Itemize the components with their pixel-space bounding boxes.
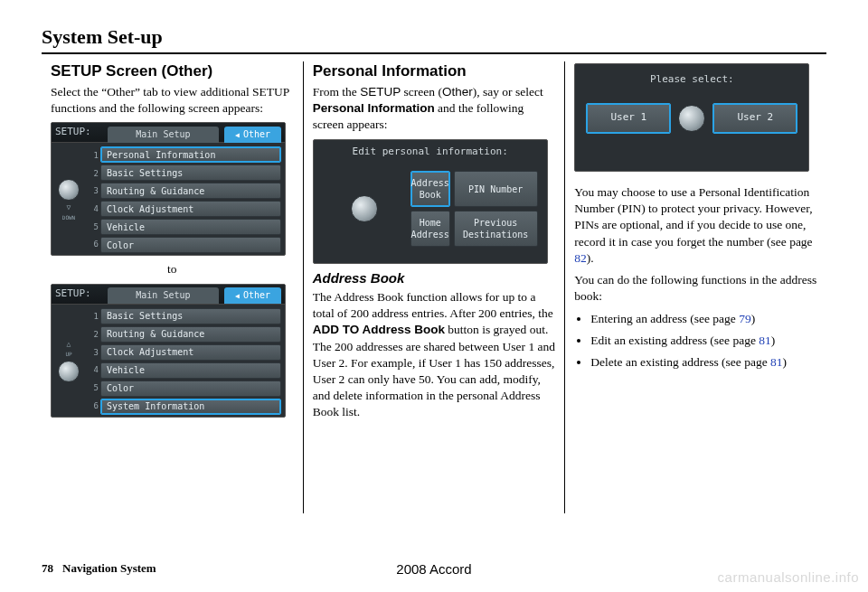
menu-item-vehicle[interactable]: Vehicle bbox=[100, 219, 281, 235]
columns: SETUP Screen (Other) Select the “Other” … bbox=[42, 61, 826, 513]
t: You may choose to use a Personal Identif… bbox=[574, 185, 812, 249]
setup-text: SETUP bbox=[360, 85, 401, 99]
para-pin: You may choose to use a Personal Identif… bbox=[574, 184, 817, 267]
list-item: Entering an address (see page 79) bbox=[590, 311, 817, 327]
setup-topbar: SETUP: Main Setup Other bbox=[52, 123, 285, 143]
menu-item-vehicle[interactable]: Vehicle bbox=[100, 362, 281, 379]
column-3: Please select: User 1 User 2 You may cho… bbox=[564, 61, 826, 513]
num: 4 bbox=[86, 364, 99, 375]
knob-icon[interactable] bbox=[58, 361, 80, 382]
t: ), say or select bbox=[473, 85, 543, 99]
t: From the bbox=[313, 85, 361, 99]
btn-user-2[interactable]: User 2 bbox=[712, 103, 797, 134]
tab-other[interactable]: Other bbox=[224, 287, 281, 304]
dial: △ UP bbox=[52, 305, 86, 418]
heading-personal-information: Personal Information bbox=[313, 61, 556, 82]
link-page-81b[interactable]: 81 bbox=[770, 355, 783, 369]
screenshot-setup-top: SETUP: Main Setup Other ▽ DOWN 1 2 3 4 bbox=[51, 122, 286, 256]
num: 3 bbox=[86, 185, 99, 196]
menu-rows: Basic Settings Routing & Guidance Clock … bbox=[99, 305, 285, 418]
num: 6 bbox=[86, 400, 99, 411]
link-page-81[interactable]: 81 bbox=[759, 334, 771, 347]
knob-icon[interactable] bbox=[58, 179, 80, 201]
intro-setup-other: Select the “Other” tab to view additiona… bbox=[51, 84, 294, 117]
tab-main-setup[interactable]: Main Setup bbox=[108, 287, 219, 304]
setup-body: △ UP 1 2 3 4 5 6 Basic Settings Rou bbox=[52, 305, 285, 418]
tab-other[interactable]: Other bbox=[224, 127, 281, 143]
manual-page: System Set-up SETUP Screen (Other) Selec… bbox=[0, 0, 868, 592]
model-year: 2008 Accord bbox=[396, 561, 471, 577]
btn-home-address[interactable]: Home Address bbox=[410, 211, 450, 247]
knob-cell bbox=[323, 171, 407, 247]
btn-user-1[interactable]: User 1 bbox=[586, 103, 671, 134]
pi-grid: Address Book PIN Number Home Address Pre… bbox=[314, 167, 547, 259]
user-row: User 1 User 2 bbox=[575, 94, 808, 150]
edit-pi-title: Edit personal information: bbox=[314, 140, 547, 168]
to-label: to bbox=[51, 261, 294, 277]
add-to-address-book-bold: ADD TO Address Book bbox=[313, 323, 445, 336]
num: 4 bbox=[86, 203, 99, 214]
down-arrow-icon[interactable]: ▽ bbox=[67, 204, 71, 211]
t: button is grayed out. The 200 addresses … bbox=[313, 323, 555, 418]
num: 6 bbox=[86, 239, 99, 249]
menu-rows: Personal Information Basic Settings Rout… bbox=[99, 143, 285, 257]
t: ) bbox=[771, 334, 776, 347]
footer: 78 Navigation System 2008 Accord bbox=[42, 561, 826, 576]
menu-item-basic-settings[interactable]: Basic Settings bbox=[100, 308, 281, 324]
num: 1 bbox=[86, 150, 99, 161]
row-numbers: 1 2 3 4 5 6 bbox=[86, 143, 99, 257]
t: Entering an address (see page bbox=[590, 312, 739, 325]
num: 2 bbox=[86, 329, 99, 340]
dial: ▽ DOWN bbox=[52, 143, 86, 257]
row-numbers: 1 2 3 4 5 6 bbox=[86, 305, 99, 418]
screenshot-please-select: Please select: User 1 User 2 bbox=[574, 63, 809, 172]
page-title: System Set-up bbox=[42, 25, 826, 49]
t: The Address Book function allows for up … bbox=[313, 290, 553, 320]
t: ). bbox=[587, 251, 594, 265]
list-item: Delete an existing address (see page 81) bbox=[590, 354, 817, 371]
menu-item-routing-guidance[interactable]: Routing & Guidance bbox=[100, 326, 281, 343]
column-2: Personal Information From the SETUP scre… bbox=[303, 61, 565, 513]
up-arrow-icon[interactable]: △ bbox=[67, 341, 71, 348]
heading-setup-other: SETUP Screen (Other) bbox=[51, 61, 294, 82]
menu-item-routing-guidance[interactable]: Routing & Guidance bbox=[100, 183, 281, 199]
t: ) bbox=[783, 355, 788, 369]
menu-item-clock-adjustment[interactable]: Clock Adjustment bbox=[100, 201, 281, 217]
heading-address-book: Address Book bbox=[313, 269, 556, 287]
tab-main-setup[interactable]: Main Setup bbox=[108, 127, 219, 143]
list-item: Edit an existing address (see page 81) bbox=[590, 333, 817, 349]
screenshot-setup-bottom: SETUP: Main Setup Other △ UP 1 2 3 4 bbox=[51, 284, 286, 418]
setup-body: ▽ DOWN 1 2 3 4 5 6 Personal Information … bbox=[52, 143, 285, 257]
setup-label: SETUP: bbox=[52, 287, 97, 301]
num: 5 bbox=[86, 221, 99, 232]
btn-previous-destinations[interactable]: Previous Destinations bbox=[454, 211, 538, 247]
title-rule bbox=[42, 52, 826, 54]
setup-topbar: SETUP: Main Setup Other bbox=[52, 285, 285, 305]
btn-address-book[interactable]: Address Book bbox=[410, 171, 450, 207]
knob-icon[interactable] bbox=[351, 195, 378, 222]
menu-item-clock-adjustment[interactable]: Clock Adjustment bbox=[100, 344, 281, 361]
para-address-book: The Address Book function allows for up … bbox=[313, 289, 556, 421]
down-label: DOWN bbox=[62, 215, 75, 221]
menu-item-basic-settings[interactable]: Basic Settings bbox=[100, 164, 281, 181]
link-page-79[interactable]: 79 bbox=[739, 312, 751, 325]
t: Edit an existing address (see page bbox=[590, 334, 759, 347]
link-page-82[interactable]: 82 bbox=[574, 251, 587, 265]
menu-item-system-information[interactable]: System Information bbox=[100, 399, 281, 415]
t: ) bbox=[751, 312, 756, 325]
num: 1 bbox=[86, 311, 99, 322]
menu-item-color[interactable]: Color bbox=[100, 381, 281, 397]
knob-icon[interactable] bbox=[678, 105, 705, 132]
menu-item-color[interactable]: Color bbox=[100, 237, 281, 253]
num: 3 bbox=[86, 347, 99, 358]
page-number: 78 bbox=[42, 561, 53, 576]
para-functions-intro: You can do the following functions in th… bbox=[574, 272, 817, 305]
column-1: SETUP Screen (Other) Select the “Other” … bbox=[42, 61, 303, 513]
menu-item-personal-information[interactable]: Personal Information bbox=[100, 146, 281, 163]
other-text: Other bbox=[442, 85, 473, 99]
t: Delete an existing address (see page bbox=[590, 355, 770, 369]
t: screen ( bbox=[401, 85, 442, 99]
please-select-title: Please select: bbox=[575, 64, 808, 94]
functions-list: Entering an address (see page 79) Edit a… bbox=[574, 311, 817, 371]
btn-pin-number[interactable]: PIN Number bbox=[454, 171, 538, 207]
